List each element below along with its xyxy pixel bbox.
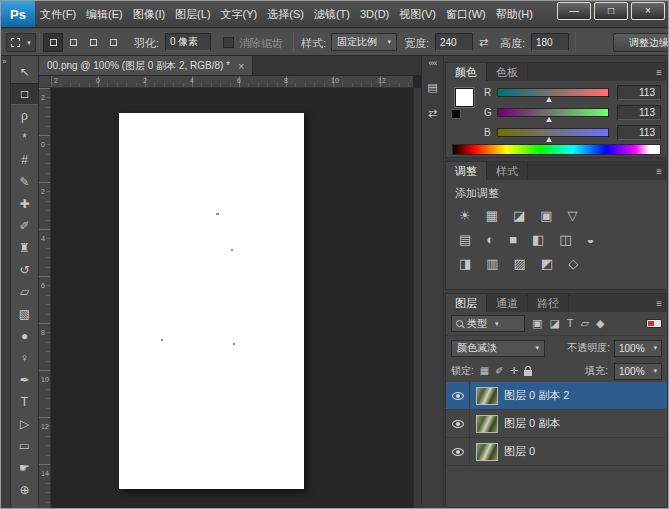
posterize-icon[interactable]: ▥	[486, 257, 498, 270]
rectangular-marquee-tool[interactable]: □	[11, 83, 38, 105]
maximize-button[interactable]: □	[594, 2, 628, 20]
blend-mode-select[interactable]: 颜色减淡 ▾	[451, 340, 545, 357]
adjustment-layer-filter-icon[interactable]: ◪	[549, 318, 559, 329]
height-input[interactable]	[531, 33, 569, 51]
history-brush-tool[interactable]: ↺	[11, 259, 38, 281]
smart-object-filter-icon[interactable]: ◆	[596, 318, 604, 329]
crop-tool[interactable]: #	[11, 149, 38, 171]
slider-thumb-icon[interactable]	[546, 137, 552, 142]
menu-select[interactable]: 选择(S)	[262, 1, 309, 27]
new-selection-button[interactable]	[43, 33, 63, 52]
layer-thumbnail[interactable]	[476, 443, 498, 461]
hand-tool[interactable]: ☛	[11, 457, 38, 479]
type-layer-filter-icon[interactable]: T	[567, 318, 574, 329]
blur-tool[interactable]: ●	[11, 325, 38, 347]
document-tab[interactable]: 00.png @ 100% (图层 0 副本 2, RGB/8) * ×	[39, 56, 253, 75]
collapse-dock-icon[interactable]: ««	[422, 56, 443, 68]
menu-3d[interactable]: 3D(D)	[355, 1, 394, 27]
color-lookup-icon[interactable]: ◒	[587, 233, 595, 246]
tab-paths[interactable]: 路径	[528, 294, 569, 312]
curves-icon[interactable]: ◪	[513, 209, 525, 222]
threshold-icon[interactable]: ▨	[514, 257, 526, 270]
panel-stack-icon[interactable]: ▤	[422, 81, 443, 94]
red-slider[interactable]	[497, 88, 609, 97]
color-spectrum-ramp[interactable]	[452, 144, 661, 155]
color-balance-icon[interactable]: ◐	[486, 233, 494, 246]
brush-tool[interactable]: ✐	[11, 215, 38, 237]
eye-icon[interactable]	[452, 392, 464, 400]
horizontal-ruler[interactable]: 2 0 2 4 6 8 10 12	[51, 76, 413, 88]
levels-icon[interactable]: ▦	[486, 209, 498, 222]
eyedropper-tool[interactable]: ✎	[11, 171, 38, 193]
swap-width-height-icon[interactable]: ⇄	[479, 36, 488, 49]
panel-menu-icon[interactable]: ≡	[656, 67, 662, 78]
hue-saturation-icon[interactable]: ▤	[459, 233, 471, 246]
swap-arrows-icon[interactable]: ⇄	[422, 107, 443, 120]
tab-layers[interactable]: 图层	[446, 294, 487, 312]
menu-help[interactable]: 帮助(H)	[491, 1, 538, 27]
rectangle-tool[interactable]: ▭	[11, 435, 38, 457]
gradient-map-icon[interactable]: ◩	[541, 257, 553, 270]
photo-filter-icon[interactable]: ◧	[532, 233, 544, 246]
tab-swatches[interactable]: 色板	[487, 63, 528, 81]
minimize-button[interactable]: —	[557, 2, 591, 20]
pixel-layer-filter-icon[interactable]: ▣	[532, 318, 542, 329]
background-color-swatch[interactable]	[451, 109, 461, 119]
eye-icon[interactable]	[452, 420, 464, 428]
layer-row[interactable]: 图层 0 副本 2	[446, 382, 667, 410]
opacity-input[interactable]: 100% ▾	[614, 340, 662, 357]
spot-healing-brush-tool[interactable]: ✚	[11, 193, 38, 215]
style-select[interactable]: 固定比例 ▾	[331, 33, 397, 51]
blue-value-box[interactable]: 113	[617, 125, 661, 140]
foreground-color-swatch[interactable]	[455, 88, 474, 107]
channel-mixer-icon[interactable]: ◫	[559, 233, 571, 246]
menu-layer[interactable]: 图层(L)	[170, 1, 215, 27]
lock-all-icon[interactable]	[524, 370, 532, 376]
brightness-contrast-icon[interactable]: ☀	[459, 209, 471, 222]
lock-transparency-icon[interactable]: ▦	[480, 366, 489, 376]
subtract-from-selection-button[interactable]	[83, 33, 103, 52]
slider-thumb-icon[interactable]	[546, 117, 552, 122]
shape-layer-filter-icon[interactable]: ▱	[581, 318, 589, 329]
add-to-selection-button[interactable]	[63, 33, 83, 52]
lasso-tool[interactable]: ρ	[11, 105, 38, 127]
filter-toggle-switch[interactable]	[646, 319, 662, 328]
exposure-icon[interactable]: ▣	[540, 209, 552, 222]
gradient-tool[interactable]: ▧	[11, 303, 38, 325]
type-tool[interactable]: T	[11, 391, 38, 413]
panel-menu-icon[interactable]: ≡	[656, 166, 662, 177]
layer-filter-select[interactable]: 类型 ▾	[451, 315, 525, 332]
layer-thumbnail[interactable]	[476, 387, 498, 405]
dodge-tool[interactable]: ♀	[11, 347, 38, 369]
layer-row[interactable]: 图层 0	[446, 438, 667, 466]
menu-filter[interactable]: 滤镜(T)	[309, 1, 355, 27]
menu-file[interactable]: 文件(F)	[35, 1, 81, 27]
green-slider[interactable]	[497, 108, 609, 117]
antialias-checkbox[interactable]	[223, 37, 234, 48]
feather-input[interactable]	[165, 33, 211, 51]
menu-type[interactable]: 文字(Y)	[216, 1, 263, 27]
vertical-ruler[interactable]: 2 0 2 4 6 8 10 12 14	[39, 88, 51, 508]
selective-color-icon[interactable]: ◇	[568, 257, 578, 270]
quick-selection-tool[interactable]: *	[11, 127, 38, 149]
lock-position-icon[interactable]: ✛	[510, 366, 518, 376]
vertical-scrollbar[interactable]	[413, 88, 421, 508]
pen-tool[interactable]: ✒	[11, 369, 38, 391]
panel-menu-icon[interactable]: ≡	[656, 298, 662, 309]
intersect-selection-button[interactable]	[103, 33, 123, 52]
zoom-tool[interactable]: ⊕	[11, 479, 38, 501]
path-selection-tool[interactable]: ▷	[11, 413, 38, 435]
vibrance-icon[interactable]: ▽	[568, 209, 578, 222]
menu-edit[interactable]: 编辑(E)	[81, 1, 128, 27]
invert-icon[interactable]: ◨	[459, 257, 471, 270]
layer-row[interactable]: 图层 0 副本	[446, 410, 667, 438]
eraser-tool[interactable]: ▱	[11, 281, 38, 303]
layer-thumbnail[interactable]	[476, 415, 498, 433]
menu-view[interactable]: 视图(V)	[394, 1, 441, 27]
menu-window[interactable]: 窗口(W)	[441, 1, 491, 27]
move-tool[interactable]: ↖	[11, 61, 38, 83]
menu-image[interactable]: 图像(I)	[128, 1, 170, 27]
refine-edge-button[interactable]: 调整边缘	[613, 33, 669, 52]
lock-pixels-icon[interactable]: ✐	[495, 366, 503, 376]
eye-icon[interactable]	[452, 448, 464, 456]
